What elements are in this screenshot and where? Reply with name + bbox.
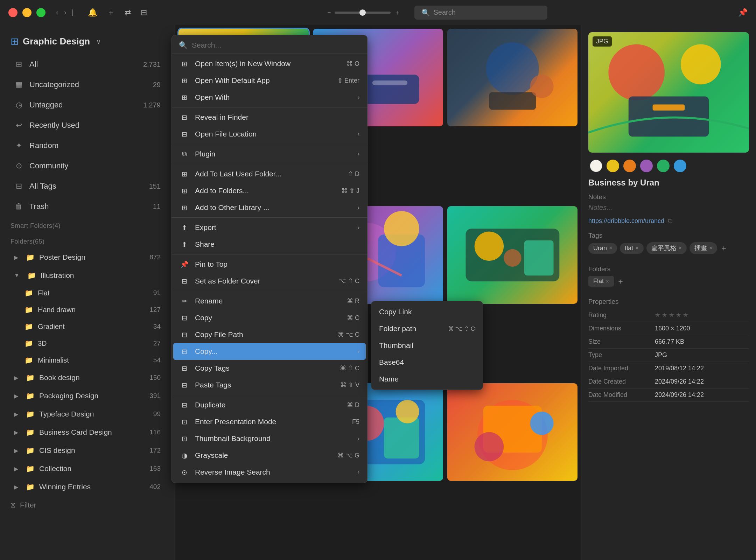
close-button[interactable] xyxy=(8,8,18,17)
ctx-grayscale[interactable]: ◑ Grayscale ⌘ ⌥ G xyxy=(172,447,367,464)
link-text[interactable]: https://dribbble.com/urancd xyxy=(588,217,664,225)
ctx-copy[interactable]: ⊟ Copy ⌘ C xyxy=(172,309,367,326)
ctx-set-folder-cover[interactable]: ⊟ Set as Folder Cover ⌥ ⇧ C xyxy=(172,273,367,289)
ctx-plugin[interactable]: ⧉ Plugin › xyxy=(172,146,367,162)
folder-packaging[interactable]: ▶ 📁 Packaging Design 391 xyxy=(4,387,171,404)
ctx-paste-tags[interactable]: ⊟ Paste Tags ⌘ ⇧ V xyxy=(172,377,367,393)
subfolder-hand-drawn[interactable]: 📁 Hand drawn 127 xyxy=(4,302,171,318)
sidebar-item-trash[interactable]: 🗑 Trash 11 xyxy=(4,197,171,216)
ctx-add-last-used[interactable]: ⊞ Add To Last Used Folder... ⇧ D xyxy=(172,166,367,182)
pin-icon[interactable]: 📌 xyxy=(738,8,748,17)
folder-book-design[interactable]: ▶ 📁 Book design 150 xyxy=(4,369,171,386)
ctx-duplicate[interactable]: ⊟ Duplicate ⌘ D xyxy=(172,397,367,413)
forward-button[interactable]: › xyxy=(64,8,66,16)
folder-add-button[interactable]: ＋ xyxy=(617,276,624,287)
ctx-add-other-library[interactable]: ⊞ Add to Other Library ... › xyxy=(172,199,367,216)
swatch-4[interactable] xyxy=(640,160,653,172)
sync-icon[interactable]: ⇄ xyxy=(125,8,131,17)
search-bar[interactable]: 🔍 Search xyxy=(414,6,547,20)
tag-chip-flat[interactable]: flat × xyxy=(620,243,643,254)
ctx-open-with[interactable]: ⊞ Open With › xyxy=(172,89,367,106)
tag-remove-flat[interactable]: × xyxy=(635,245,638,251)
sub-base64[interactable]: Base64 xyxy=(371,354,483,371)
tag-remove-bianping[interactable]: × xyxy=(679,245,682,251)
ctx-copy-file-path[interactable]: ⊟ Copy File Path ⌘ ⌥ C xyxy=(172,326,367,343)
ctx-copy-ellipsis[interactable]: ⊟ Copy... › xyxy=(173,343,366,360)
ctx-presentation[interactable]: ⊡ Enter Presentation Mode F5 xyxy=(172,413,367,430)
zoom-out-icon[interactable]: − xyxy=(327,9,331,16)
folder-typeface[interactable]: ▶ 📁 Typeface Design 99 xyxy=(4,406,171,422)
tag-chip-chua[interactable]: 插畫 × xyxy=(690,242,717,254)
ctx-open-new-window[interactable]: ⊞ Open Item(s) in New Window ⌘ O xyxy=(172,55,367,72)
ctx-rename[interactable]: ✏ Rename ⌘ R xyxy=(172,293,367,309)
subfolder-3d[interactable]: 📁 3D 27 xyxy=(4,335,171,351)
zoom-slider[interactable] xyxy=(335,12,391,14)
subfolder-minimalist[interactable]: 📁 Minimalist 54 xyxy=(4,352,171,368)
swatch-1[interactable] xyxy=(590,160,602,172)
maximize-button[interactable] xyxy=(36,8,46,17)
subfolder-gradient[interactable]: 📁 Gradient 34 xyxy=(4,318,171,335)
ctx-reveal-finder[interactable]: ⊟ Reveal in Finder xyxy=(172,109,367,126)
zoom-control[interactable]: − ＋ xyxy=(327,8,400,17)
notes-input[interactable]: Notes... xyxy=(588,204,749,212)
sidebar-header[interactable]: ⊞ Graphic Design ∨ xyxy=(0,32,175,54)
folder-winning[interactable]: ▶ 📁 Winning Entries 402 xyxy=(4,478,171,495)
zoom-in-icon[interactable]: ＋ xyxy=(394,8,400,17)
swatch-6[interactable] xyxy=(674,160,686,172)
minimize-button[interactable] xyxy=(22,8,31,17)
folder-illustration[interactable]: ▼ 📁 Illustration xyxy=(4,267,171,284)
folder-business-card[interactable]: ▶ 📁 Business Card Design 116 xyxy=(4,424,171,441)
ctx-pin-to-top[interactable]: 📌 Pin to Top xyxy=(172,256,367,273)
sidebar-item-uncategorized[interactable]: ▦ Uncategorized 29 xyxy=(4,75,171,94)
sub-thumbnail[interactable]: Thumbnail xyxy=(371,337,483,354)
layout-icon[interactable]: ⊟ xyxy=(141,8,147,17)
ctx-open-default[interactable]: ⊞ Open With Default App ⇧ Enter xyxy=(172,72,367,89)
star-2[interactable]: ★ xyxy=(662,311,667,319)
ctx-add-folders[interactable]: ⊞ Add to Folders... ⌘ ⇧ J xyxy=(172,182,367,199)
sidebar-item-community[interactable]: ⊙ Community xyxy=(4,156,171,175)
sub-name[interactable]: Name xyxy=(371,371,483,387)
sidebar-item-untagged[interactable]: ◷ Untagged 1,279 xyxy=(4,96,171,114)
ctx-label-file-loc: Open File Location xyxy=(195,130,352,138)
sidebar-item-all-tags[interactable]: ⊟ All Tags 151 xyxy=(4,177,171,196)
folder-chip-flat[interactable]: Flat × xyxy=(588,276,614,287)
filter-button[interactable]: ⧖ Filter xyxy=(0,496,175,514)
tag-chip-bianping[interactable]: 扁平風格 × xyxy=(646,242,687,254)
ctx-copy-tags[interactable]: ⊟ Copy Tags ⌘ ⇧ C xyxy=(172,360,367,377)
swatch-5[interactable] xyxy=(657,160,670,172)
sidebar-item-random[interactable]: ✦ Random xyxy=(4,136,171,155)
tag-chip-uran[interactable]: Uran × xyxy=(588,243,617,254)
folder-collection[interactable]: ▶ 📁 Collection 163 xyxy=(4,460,171,477)
folder-cis[interactable]: ▶ 📁 CIS design 172 xyxy=(4,442,171,459)
folder-chip-remove-flat[interactable]: × xyxy=(606,278,609,285)
context-search-input[interactable] xyxy=(192,41,360,49)
sidebar-item-recently-used[interactable]: ↩ Recently Used xyxy=(4,116,171,135)
sub-folder-path[interactable]: Folder path ⌘ ⌥ ⇧ C xyxy=(371,320,483,337)
grid-item-3[interactable] xyxy=(447,29,578,126)
ctx-share[interactable]: ⬆ Share xyxy=(172,236,367,253)
folder-label-illus: Illustration xyxy=(41,271,161,280)
star-1[interactable]: ★ xyxy=(655,311,660,319)
swatch-2[interactable] xyxy=(607,160,619,172)
star-4[interactable]: ★ xyxy=(676,311,681,319)
notification-icon[interactable]: 🔔 xyxy=(88,8,97,17)
folder-poster-design[interactable]: ▶ 📁 Poster Design 872 xyxy=(4,249,171,266)
grid-item-9[interactable] xyxy=(447,383,578,481)
tag-remove-chua[interactable]: × xyxy=(709,245,712,251)
sidebar-item-all[interactable]: ⊞ All 2,731 xyxy=(4,55,171,74)
star-5[interactable]: ★ xyxy=(683,311,688,319)
tag-remove-uran[interactable]: × xyxy=(609,245,612,251)
ctx-reverse-search[interactable]: ⊙ Reverse Image Search › xyxy=(172,464,367,481)
tag-add-button[interactable]: ＋ xyxy=(720,243,728,253)
back-button[interactable]: ‹ xyxy=(56,8,58,16)
add-icon[interactable]: ＋ xyxy=(107,7,115,18)
star-3[interactable]: ★ xyxy=(669,311,674,319)
subfolder-flat[interactable]: 📁 Flat 91 xyxy=(4,285,171,301)
swatch-3[interactable] xyxy=(623,160,636,172)
star-rating[interactable]: ★ ★ ★ ★ ★ xyxy=(655,311,688,319)
ctx-thumbnail-bg[interactable]: ⊡ Thumbnail Background › xyxy=(172,430,367,447)
grid-item-6[interactable] xyxy=(447,206,578,304)
ctx-export[interactable]: ⬆ Export › xyxy=(172,219,367,236)
sub-copy-link[interactable]: Copy Link xyxy=(371,303,483,320)
ctx-open-file-location[interactable]: ⊟ Open File Location › xyxy=(172,126,367,142)
